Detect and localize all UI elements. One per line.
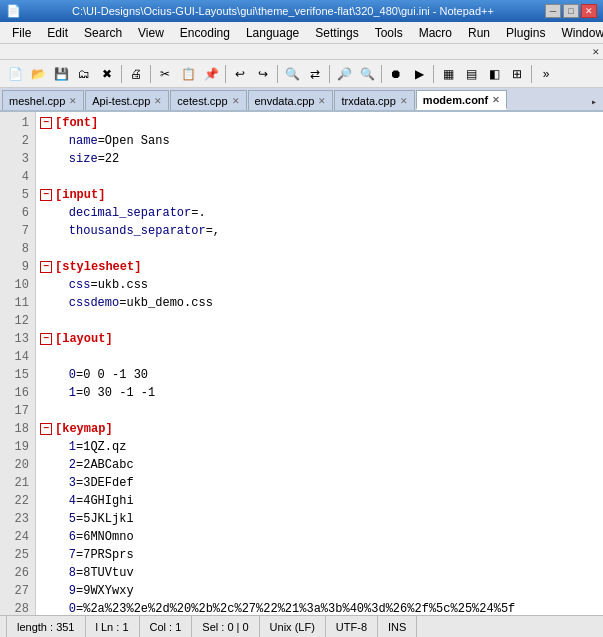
code-line: −[font] (40, 114, 599, 132)
menu-plugins[interactable]: Plugins (498, 22, 553, 43)
print-button[interactable]: 🖨 (125, 63, 147, 85)
menu-run[interactable]: Run (460, 22, 498, 43)
key: 1 (69, 438, 76, 456)
find-button[interactable]: 🔍 (281, 63, 303, 85)
key: decimal_separator (69, 204, 191, 222)
code-line: −[keymap] (40, 420, 599, 438)
tab-envdata[interactable]: envdata.cpp ✕ (248, 90, 334, 110)
tab-meshel-close[interactable]: ✕ (69, 96, 77, 106)
menu-encoding[interactable]: Encoding (172, 22, 238, 43)
panel-close-button[interactable]: ✕ (592, 45, 599, 58)
close-all-button[interactable]: ✖ (96, 63, 118, 85)
code-editor[interactable]: −[font] name=Open Sans size=22 −[input] … (36, 112, 603, 615)
macro-button[interactable]: ⏺ (385, 63, 407, 85)
code-line: −[input] (40, 186, 599, 204)
new-button[interactable]: 📄 (4, 63, 26, 85)
code-line: −[stylesheet] (40, 258, 599, 276)
status-bar: length : 351 l Ln : 1 Col : 1 Sel : 0 | … (0, 615, 603, 637)
toolbar-extra1[interactable]: ▦ (437, 63, 459, 85)
close-button[interactable]: ✕ (581, 4, 597, 18)
save-all-button[interactable]: 🗂 (73, 63, 95, 85)
tab-cetest[interactable]: cetest.cpp ✕ (170, 90, 246, 110)
save-button[interactable]: 💾 (50, 63, 72, 85)
menu-language[interactable]: Language (238, 22, 307, 43)
toolbar-extra4[interactable]: ⊞ (506, 63, 528, 85)
redo-button[interactable]: ↪ (252, 63, 274, 85)
maximize-button[interactable]: □ (563, 4, 579, 18)
tabs-scroll-right[interactable]: ▸ (587, 94, 601, 110)
menu-view[interactable]: View (130, 22, 172, 43)
cut-button[interactable]: ✂ (154, 63, 176, 85)
tab-modem[interactable]: modem.conf ✕ (416, 90, 507, 110)
line-number: 7 (6, 222, 29, 240)
value: , (213, 222, 220, 240)
line-number: 26 (6, 564, 29, 582)
tab-modem-close[interactable]: ✕ (492, 95, 500, 105)
tab-apitest[interactable]: Api-test.cpp ✕ (85, 90, 169, 110)
equals: = (76, 528, 83, 546)
undo-button[interactable]: ↩ (229, 63, 251, 85)
value: 3DEFdef (83, 474, 133, 492)
line-number: 18 (6, 420, 29, 438)
tab-apitest-close[interactable]: ✕ (154, 96, 162, 106)
value: Open Sans (105, 132, 170, 150)
menu-window[interactable]: Window (553, 22, 603, 43)
fold-icon[interactable]: − (40, 117, 52, 129)
equals: = (191, 204, 198, 222)
code-line: 3=3DEFdef (40, 474, 599, 492)
tab-trxdata[interactable]: trxdata.cpp ✕ (334, 90, 414, 110)
section-label: [stylesheet] (55, 258, 141, 276)
menu-macro[interactable]: Macro (411, 22, 460, 43)
fold-icon[interactable]: − (40, 423, 52, 435)
zoom-in-button[interactable]: 🔎 (333, 63, 355, 85)
indent (40, 438, 69, 456)
value: 8TUVtuv (83, 564, 133, 582)
equals: = (76, 366, 83, 384)
key: 7 (69, 546, 76, 564)
equals: = (119, 294, 126, 312)
key: 0 (69, 600, 76, 615)
key: css (69, 276, 91, 294)
indent (40, 456, 69, 474)
menu-edit[interactable]: Edit (39, 22, 76, 43)
tab-envdata-close[interactable]: ✕ (318, 96, 326, 106)
menu-settings[interactable]: Settings (307, 22, 366, 43)
open-button[interactable]: 📂 (27, 63, 49, 85)
paste-button[interactable]: 📌 (200, 63, 222, 85)
toolbar-end[interactable]: » (535, 63, 557, 85)
copy-button[interactable]: 📋 (177, 63, 199, 85)
toolbar-sep-8 (531, 65, 532, 83)
zoom-out-button[interactable]: 🔍 (356, 63, 378, 85)
tab-meshel[interactable]: meshel.cpp ✕ (2, 90, 84, 110)
replace-button[interactable]: ⇄ (304, 63, 326, 85)
indent (40, 600, 69, 615)
key: name (69, 132, 98, 150)
line-number: 8 (6, 240, 29, 258)
code-line: 9=9WXYwxy (40, 582, 599, 600)
toolbar-sep-6 (381, 65, 382, 83)
tab-trxdata-close[interactable]: ✕ (400, 96, 408, 106)
indent (40, 474, 69, 492)
equals: = (98, 150, 105, 168)
fold-icon[interactable]: − (40, 189, 52, 201)
minimize-button[interactable]: ─ (545, 4, 561, 18)
menu-bar: File Edit Search View Encoding Language … (0, 22, 603, 44)
tabs-bar: meshel.cpp ✕ Api-test.cpp ✕ cetest.cpp ✕… (0, 88, 603, 112)
menu-file[interactable]: File (4, 22, 39, 43)
code-line: decimal_separator=. (40, 204, 599, 222)
toolbar-sep-3 (225, 65, 226, 83)
toolbar-extra2[interactable]: ▤ (460, 63, 482, 85)
fold-icon[interactable]: − (40, 261, 52, 273)
menu-tools[interactable]: Tools (367, 22, 411, 43)
indent (40, 132, 69, 150)
equals: = (76, 474, 83, 492)
title-bar-icon: 📄 (6, 4, 21, 18)
toolbar-sep-2 (150, 65, 151, 83)
toolbar-extra3[interactable]: ◧ (483, 63, 505, 85)
fold-icon[interactable]: − (40, 333, 52, 345)
run-button[interactable]: ▶ (408, 63, 430, 85)
equals: = (98, 132, 105, 150)
menu-search[interactable]: Search (76, 22, 130, 43)
tab-cetest-close[interactable]: ✕ (232, 96, 240, 106)
value: 5JKLjkl (83, 510, 133, 528)
